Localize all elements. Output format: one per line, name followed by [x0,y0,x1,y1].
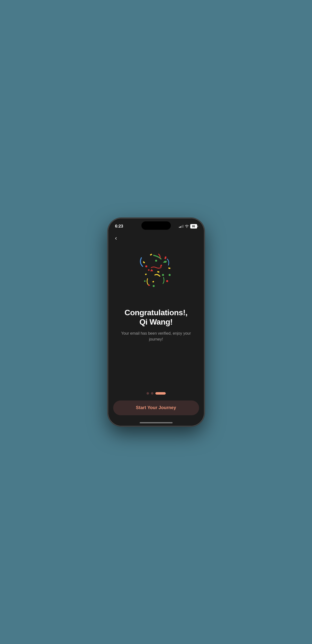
pagination-dot-2 [151,392,153,394]
wifi-icon [185,225,189,228]
subtitle-text: Your email has been verified, enjoy your… [115,330,197,342]
title-line2: Qi Wang! [139,318,173,326]
pagination-pill-3 [155,392,166,394]
svg-point-13 [155,260,157,262]
svg-rect-2 [143,261,145,264]
svg-marker-10 [150,269,153,271]
svg-point-18 [169,274,171,276]
back-button[interactable]: ‹ [113,233,119,244]
status-time: 6:23 [115,224,123,229]
svg-point-12 [148,269,149,271]
main-content: Congratulations!, Qi Wang! Your email ha… [108,231,204,400]
pagination-dots [147,392,166,396]
title-line1: Congratulations!, [124,308,187,317]
status-icons: 95 [179,224,197,228]
svg-point-11 [145,265,147,267]
svg-point-16 [166,280,168,282]
svg-rect-1 [164,256,166,259]
svg-rect-7 [160,264,162,267]
svg-point-19 [144,280,146,282]
signal-icon [179,225,183,228]
confetti-svg [127,243,186,302]
svg-rect-6 [152,280,154,282]
svg-point-15 [153,285,155,287]
congratulations-title: Congratulations!, Qi Wang! [115,308,197,327]
confetti-animation [127,243,186,302]
svg-point-14 [162,274,164,276]
dynamic-island [141,222,171,230]
battery-icon: 95 [190,224,197,228]
svg-rect-5 [157,271,159,273]
phone-frame: 6:23 95 ‹ [108,218,204,426]
start-journey-button[interactable]: Start Your Journey [113,400,199,415]
cta-section: Start Your Journey [108,400,204,420]
svg-rect-0 [150,254,152,256]
home-indicator [140,422,173,423]
text-section: Congratulations!, Qi Wang! Your email ha… [115,308,197,342]
svg-rect-4 [145,274,147,275]
chevron-left-icon: ‹ [115,235,117,241]
svg-point-17 [165,261,167,262]
screen: 6:23 95 ‹ [108,218,204,426]
pagination-dot-1 [147,392,149,394]
svg-rect-3 [168,267,170,269]
